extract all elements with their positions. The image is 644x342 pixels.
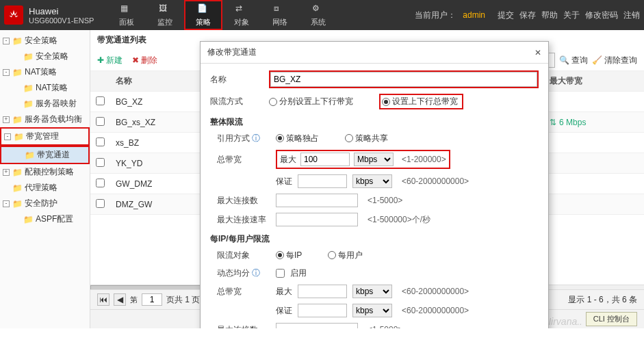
sidebar-item[interactable]: -📁带宽管理 <box>0 127 90 146</box>
tab-对象[interactable]: ⇄对象 <box>222 0 261 30</box>
row-checkbox[interactable] <box>96 117 105 126</box>
row-checkbox[interactable] <box>96 137 105 146</box>
logo: Huawei USG6000V1-ENSP <box>4 5 94 25</box>
cli-console-button[interactable]: CLI 控制台 <box>586 312 637 326</box>
ref-shared-radio[interactable]: 策略共享 <box>345 133 388 144</box>
tab-icon: ⚙ <box>312 3 324 16</box>
page-input[interactable] <box>142 293 162 306</box>
dialog-title: 修改带宽通道 <box>207 47 257 58</box>
tab-icon: 🖼 <box>159 3 171 16</box>
folder-icon: 📁 <box>12 168 22 177</box>
sidebar-item[interactable]: 📁安全策略 <box>0 49 90 64</box>
folder-icon: 📁 <box>23 215 33 224</box>
huawei-logo-icon <box>4 5 23 25</box>
folder-icon: 📁 <box>25 150 34 160</box>
up-down-icon: ⇅ <box>550 118 556 127</box>
sidebar-item[interactable]: -📁NAT策略 <box>0 64 90 80</box>
row-checkbox[interactable] <box>96 96 105 105</box>
name-label: 名称 <box>210 74 263 86</box>
header-link[interactable]: 保存 <box>519 10 536 20</box>
folder-icon: 📁 <box>23 83 33 93</box>
sidebar-item[interactable]: 📁服务器映射 <box>0 96 90 111</box>
sidebar-item[interactable]: +📁服务器负载均衡 <box>0 111 90 127</box>
row-checkbox[interactable] <box>96 199 105 208</box>
row-checkbox[interactable] <box>96 179 105 187</box>
clear-search-button[interactable]: 🧹 清除查询 <box>592 55 637 66</box>
section-total: 整体限流 <box>210 112 539 129</box>
top-header: Huawei USG6000V1-ENSP ▦面板🖼监控📄策略⇄对象⧈网络⚙系统… <box>0 0 644 30</box>
folder-icon: 📁 <box>12 183 22 193</box>
sidebar-item[interactable]: 📁ASPF配置 <box>0 211 90 227</box>
row-checkbox[interactable] <box>96 158 105 167</box>
header-link[interactable]: 提交 <box>498 10 514 20</box>
guar-bw-input[interactable] <box>298 174 347 188</box>
total-bw-label: 总带宽 <box>217 154 270 166</box>
ip-max-input[interactable] <box>298 285 347 298</box>
tab-面板[interactable]: ▦面板 <box>107 0 146 30</box>
ip-guar-input[interactable] <box>298 304 347 317</box>
section-ip: 每IP/每用户限流 <box>210 229 539 246</box>
max-bw-input[interactable] <box>300 153 350 166</box>
tab-icon: ▦ <box>120 3 133 16</box>
ip-maxconn-input[interactable] <box>276 323 358 328</box>
sidebar-item[interactable]: 📁NAT策略 <box>0 80 90 96</box>
edit-channel-dialog: 修改带宽通道 ✕ 名称 限流方式 分别设置上下行带宽 设置上下行总带宽 <box>200 41 549 328</box>
pager-first-icon[interactable]: ⏮ <box>97 293 110 306</box>
sidebar-item[interactable]: -📁安全策略 <box>0 33 90 49</box>
delete-button[interactable]: ✖ 删除 <box>132 55 157 66</box>
tab-系统[interactable]: ⚙系统 <box>299 0 337 30</box>
pager-range: 显示 1 - 6，共 6 条 <box>568 294 637 306</box>
ip-guar-unit[interactable]: kbps <box>352 304 392 317</box>
folder-icon: 📁 <box>12 36 22 46</box>
folder-icon: 📁 <box>14 132 23 142</box>
tab-icon: ⧈ <box>274 3 286 16</box>
sidebar-item[interactable]: 📁代理策略 <box>0 180 90 196</box>
ref-exclusive-radio[interactable]: 策略独占 <box>276 133 319 144</box>
sidebar-item[interactable]: -📁安全防护 <box>0 196 90 211</box>
header-link[interactable]: 帮助 <box>541 10 558 20</box>
main-area: 带宽通道列表 ✚ 新建 ✖ 删除 名称 🔍 查询 🧹 清除查询 名称引用方式最大… <box>90 30 644 328</box>
guar-bw-unit[interactable]: kbps <box>352 174 392 188</box>
tab-icon: 📄 <box>197 3 209 16</box>
target-user-radio[interactable]: 每用户 <box>328 250 363 261</box>
name-input[interactable] <box>270 72 537 87</box>
target-ip-radio[interactable]: 每IP <box>276 250 302 261</box>
header-link[interactable]: 修改密码 <box>585 10 618 20</box>
tab-监控[interactable]: 🖼监控 <box>146 0 184 30</box>
folder-icon: 📁 <box>23 99 33 109</box>
limit-separate-radio[interactable]: 分别设置上下行带宽 <box>269 96 353 107</box>
tab-icon: ⇄ <box>235 3 248 16</box>
tab-策略[interactable]: 📄策略 <box>184 0 222 30</box>
current-user-label: 当前用户： <box>415 10 456 21</box>
model-name: USG6000V1-ENSP <box>29 16 94 25</box>
close-icon[interactable]: ✕ <box>534 48 541 57</box>
header-link[interactable]: 注销 <box>623 10 640 20</box>
current-user: admin <box>463 10 485 20</box>
limit-mode-label: 限流方式 <box>210 96 263 107</box>
max-bw-unit[interactable]: Mbps <box>354 153 394 166</box>
tab-网络[interactable]: ⧈网络 <box>261 0 299 30</box>
folder-icon: 📁 <box>23 52 33 62</box>
watermark: Nirvana.. <box>544 316 582 327</box>
help-icon[interactable]: ⓘ <box>252 268 260 278</box>
header-link[interactable]: 关于 <box>563 10 580 20</box>
help-icon[interactable]: ⓘ <box>252 133 260 143</box>
dyn-enable-checkbox[interactable] <box>276 269 285 278</box>
pager-prev-icon[interactable]: ◀ <box>114 293 126 306</box>
sidebar-item[interactable]: 📁带宽通道 <box>0 146 90 164</box>
folder-icon: 📁 <box>12 115 22 124</box>
brand-name: Huawei <box>29 6 94 16</box>
header-right: 当前用户： admin 提交保存帮助关于修改密码注销 <box>415 10 640 21</box>
sidebar-tree: -📁安全策略📁安全策略-📁NAT策略📁NAT策略📁服务器映射+📁服务器负载均衡-… <box>0 30 90 328</box>
sidebar-item[interactable]: +📁配额控制策略 <box>0 164 90 180</box>
folder-icon: 📁 <box>12 199 22 209</box>
search-button[interactable]: 🔍 查询 <box>559 55 588 66</box>
add-button[interactable]: ✚ 新建 <box>97 55 123 66</box>
main-tabs: ▦面板🖼监控📄策略⇄对象⧈网络⚙系统 <box>107 0 337 30</box>
maxconn-input[interactable] <box>276 194 358 207</box>
limit-total-radio[interactable]: 设置上下行总带宽 <box>382 96 458 107</box>
maxrate-input[interactable] <box>276 213 358 226</box>
folder-icon: 📁 <box>12 68 22 77</box>
ip-max-unit[interactable]: kbps <box>352 285 392 298</box>
